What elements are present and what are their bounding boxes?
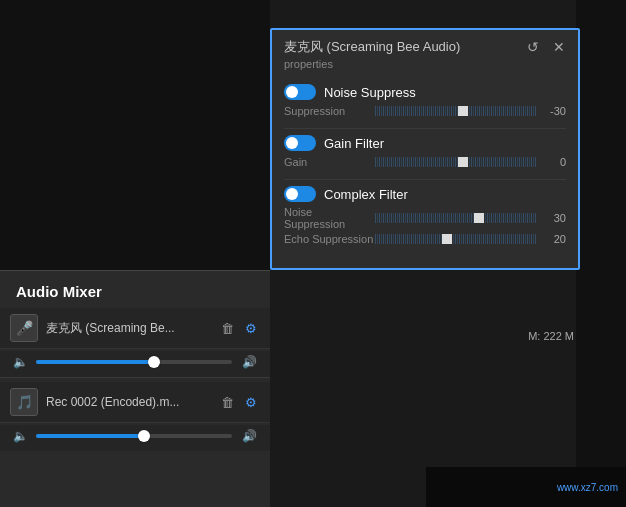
meter-label: M: 222 M — [528, 330, 574, 342]
rec-volume-fill — [36, 434, 144, 438]
watermark-text: www.xz7.com — [557, 482, 618, 493]
mic-volume-thumb[interactable] — [148, 356, 160, 368]
rec-volume-thumb[interactable] — [138, 430, 150, 442]
gain-filter-track — [374, 157, 536, 167]
dialog-titlebar-icons: ↺ ✕ — [524, 38, 568, 56]
complex-noise-suppress-thumb[interactable] — [474, 213, 484, 223]
rec-track-icons: 🗑 ⚙ — [218, 393, 260, 411]
noise-suppress-track — [374, 106, 536, 116]
rec-vol-left-icon: 🔈 — [10, 429, 30, 443]
complex-filter-toggle[interactable] — [284, 186, 316, 202]
rec-delete-icon[interactable]: 🗑 — [218, 393, 236, 411]
echo-suppress-thumb[interactable] — [442, 234, 452, 244]
echo-suppress-waveform — [374, 234, 536, 244]
complex-noise-suppress-label: Noise Suppression — [284, 206, 374, 230]
divider-1 — [284, 128, 566, 129]
mic-track-icon: 🎤 — [10, 314, 38, 342]
noise-suppress-value: -30 — [536, 105, 566, 117]
mic-volume-row: 🔈 🔊 — [0, 351, 270, 377]
echo-suppress-value: 20 — [536, 233, 566, 245]
refresh-icon[interactable]: ↺ — [524, 38, 542, 56]
noise-suppress-toggle-thumb — [286, 86, 298, 98]
mic-track-name: 麦克风 (Screaming Be... — [46, 320, 218, 337]
complex-noise-suppress-track — [374, 213, 536, 223]
right-dark-area — [576, 0, 626, 507]
mic-volume-fill — [36, 360, 154, 364]
mic-vol-right-icon: 🔊 — [238, 355, 260, 369]
top-dark-area — [0, 0, 270, 270]
noise-suppress-header: Noise Suppress — [284, 84, 566, 100]
noise-suppress-thumb[interactable] — [458, 106, 468, 116]
audio-track-rec: 🎵 Rec 0002 (Encoded).m... 🗑 ⚙ — [0, 382, 270, 423]
noise-suppress-section: Noise Suppress Suppression -30 — [284, 84, 566, 118]
echo-suppress-row: Echo Suppression 20 — [284, 232, 566, 246]
rec-gear-icon[interactable]: ⚙ — [242, 393, 260, 411]
complex-noise-suppress-slider[interactable] — [374, 211, 536, 225]
divider-2 — [284, 179, 566, 180]
gain-filter-title: Gain Filter — [324, 136, 384, 151]
echo-suppress-track — [374, 234, 536, 244]
noise-suppress-param-label: Suppression — [284, 105, 374, 117]
complex-noise-suppress-row: Noise Suppression 30 — [284, 206, 566, 230]
dialog-content: Noise Suppress Suppression -30 — [272, 78, 578, 268]
echo-suppress-label: Echo Suppression — [284, 233, 374, 245]
close-icon[interactable]: ✕ — [550, 38, 568, 56]
noise-suppress-param-row: Suppression -30 — [284, 104, 566, 118]
noise-suppress-waveform — [374, 106, 536, 116]
complex-filter-section: Complex Filter Noise Suppression 30 Echo… — [284, 186, 566, 246]
properties-dialog: 麦克风 (Screaming Bee Audio) ↺ ✕ properties… — [270, 28, 580, 270]
audio-mixer-title: Audio Mixer — [0, 271, 270, 308]
complex-noise-suppress-value: 30 — [536, 212, 566, 224]
gain-filter-slider[interactable] — [374, 155, 536, 169]
noise-suppress-title: Noise Suppress — [324, 85, 416, 100]
rec-volume-row: 🔈 🔊 — [0, 425, 270, 451]
dialog-titlebar: 麦克风 (Screaming Bee Audio) ↺ ✕ — [272, 30, 578, 58]
mic-gear-icon[interactable]: ⚙ — [242, 319, 260, 337]
gain-filter-toggle[interactable] — [284, 135, 316, 151]
dialog-subtitle: properties — [272, 58, 578, 78]
gain-filter-param-row: Gain 0 — [284, 155, 566, 169]
complex-filter-toggle-thumb — [286, 188, 298, 200]
noise-suppress-slider[interactable] — [374, 104, 536, 118]
mic-track-icons: 🗑 ⚙ — [218, 319, 260, 337]
gain-filter-param-label: Gain — [284, 156, 374, 168]
complex-filter-header: Complex Filter — [284, 186, 566, 202]
mic-delete-icon[interactable]: 🗑 — [218, 319, 236, 337]
complex-filter-title: Complex Filter — [324, 187, 408, 202]
echo-suppress-slider[interactable] — [374, 232, 536, 246]
rec-track-name: Rec 0002 (Encoded).m... — [46, 395, 218, 409]
gain-filter-thumb[interactable] — [458, 157, 468, 167]
gain-filter-toggle-thumb — [286, 137, 298, 149]
gain-filter-waveform — [374, 157, 536, 167]
complex-noise-suppress-waveform — [374, 213, 536, 223]
mic-vol-left-icon: 🔈 — [10, 355, 30, 369]
mic-volume-slider[interactable] — [36, 360, 232, 364]
rec-track-icon: 🎵 — [10, 388, 38, 416]
gain-filter-section: Gain Filter Gain 0 — [284, 135, 566, 169]
watermark-area: www.xz7.com — [426, 467, 626, 507]
audio-track-mic: 🎤 麦克风 (Screaming Be... 🗑 ⚙ — [0, 308, 270, 349]
rec-volume-slider[interactable] — [36, 434, 232, 438]
noise-suppress-toggle[interactable] — [284, 84, 316, 100]
dialog-title: 麦克风 (Screaming Bee Audio) — [284, 38, 460, 56]
audio-mixer-panel: Audio Mixer 🎤 麦克风 (Screaming Be... 🗑 ⚙ 🔈… — [0, 270, 270, 507]
gain-filter-header: Gain Filter — [284, 135, 566, 151]
track-divider — [0, 377, 270, 378]
gain-filter-value: 0 — [536, 156, 566, 168]
rec-vol-right-icon: 🔊 — [238, 429, 260, 443]
